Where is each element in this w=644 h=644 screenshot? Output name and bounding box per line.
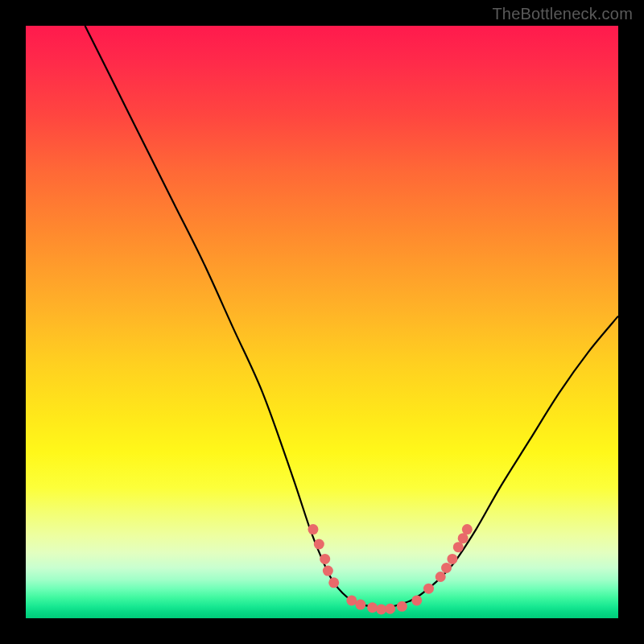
curve-marker: [323, 566, 333, 576]
curve-marker: [436, 572, 446, 582]
curve-marker: [423, 584, 434, 594]
curve-marker: [355, 600, 365, 610]
curve-marker: [458, 533, 469, 543]
curve-marker: [314, 539, 324, 550]
watermark-text: TheBottleneck.com: [492, 5, 633, 23]
curve-marker: [328, 577, 339, 588]
curve-markers: [308, 524, 472, 614]
curve-marker: [367, 602, 378, 613]
bottleneck-curve: [85, 26, 618, 609]
bottleneck-curve-path: [85, 26, 618, 609]
curve-marker: [411, 595, 422, 605]
plot-area: [26, 26, 618, 618]
curve-marker: [453, 542, 464, 552]
curve-marker: [376, 604, 386, 614]
curve-marker: [447, 554, 457, 564]
curve-marker: [441, 563, 452, 573]
chart-frame: TheBottleneck.com: [0, 0, 644, 644]
curve-marker: [308, 524, 318, 535]
curve-layer: [26, 26, 618, 618]
curve-marker: [346, 595, 357, 605]
curve-marker: [462, 524, 473, 535]
curve-marker: [320, 554, 330, 564]
curve-marker: [385, 604, 395, 614]
curve-marker: [397, 601, 407, 612]
